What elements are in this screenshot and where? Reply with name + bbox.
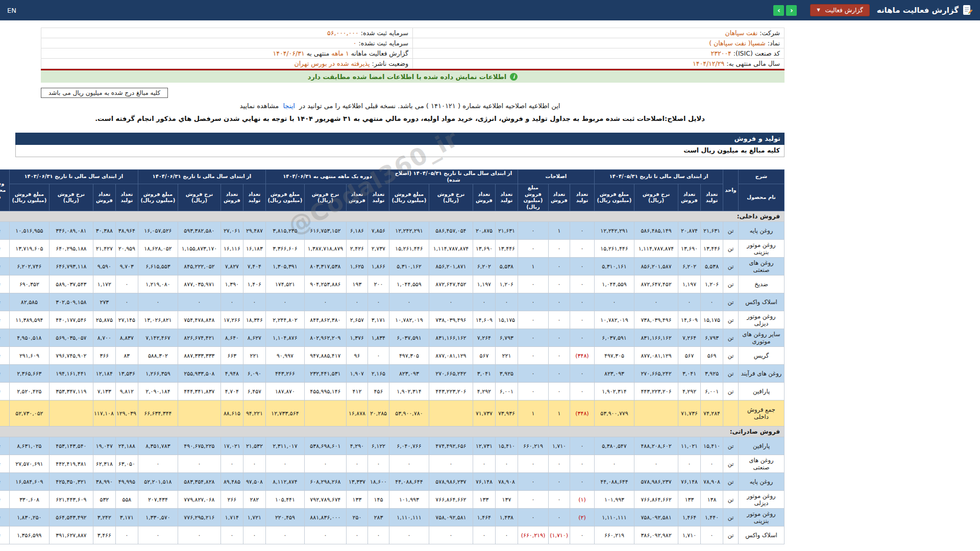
table-row: روغن های صنعتیتن۵,۵۳۸۶,۲۰۲۸۵۶,۲۰۱,۵۸۷۵,۳… — [0, 258, 785, 276]
header-desc: شرح — [739, 170, 785, 184]
value-cell: ۱۲۹,۰۳۹ — [115, 400, 138, 427]
status-cell: تولید — [0, 527, 9, 544]
previous-version-link[interactable]: اینجا — [283, 102, 295, 110]
value-cell: ۸۰۳,۳۱۷,۵۳۸ — [304, 258, 346, 276]
value-cell: ۵۲,۷۳۰,۰۵۲ — [9, 400, 49, 427]
value-cell: ۱۷,۲۶۶ — [220, 311, 243, 329]
value-cell: ۱۰۵,۴۴۱ — [265, 491, 304, 509]
value-cell: ۲۱,۴۲۷ — [93, 240, 115, 258]
value-cell: ۶۶,۶۳۴,۳۴۴ — [138, 400, 178, 427]
unit-cell: تن — [723, 329, 739, 347]
value-cell: ۱,۱۹۷ — [678, 276, 701, 293]
value-cell: ۱,۶۲۵ — [346, 258, 368, 276]
info-label: شرکت: — [760, 29, 780, 37]
value-cell: ۰ — [346, 527, 368, 544]
value-cell: ۴۹۰,۶۷۵,۲۲۵ — [178, 437, 220, 455]
value-cell: ۶,۴۵۷ — [243, 383, 265, 400]
value-cell: ۸,۷۰۰ — [93, 329, 115, 347]
value-cell: ۰ — [548, 347, 570, 365]
value-cell: ۰ — [570, 311, 594, 329]
value-cell: ۵,۵۳۸ — [701, 258, 723, 276]
amounts-unit-row: کلیه مبالغ به میلیون ریال است — [15, 145, 785, 157]
product-name: روغن موتور دیزلی — [739, 491, 785, 509]
value-cell: ۰ — [548, 293, 570, 311]
status-cell: تولید — [0, 276, 9, 293]
value-cell: ۰ — [178, 455, 220, 473]
table-row: اسلاک واکستن۰۱,۷۱۰۳۸۶,۰۹۲,۹۸۲۶۶۰,۲۱۹۰(۱,… — [0, 527, 785, 544]
production-sales-table: شرح واحد از ابتدای سال مالی تا تاریخ ۱۴۰… — [0, 169, 785, 544]
value-cell: ۸۳۱,۱۶۶,۱۶۲ — [634, 329, 678, 347]
value-cell: ۱۳۸ — [701, 491, 723, 509]
value-cell: ۰ — [570, 383, 594, 400]
value-cell: ۷۱,۷۳۶ — [678, 400, 701, 427]
company-info-table: شرکت: نفت سپاهان سرمایه ثبت شده: ۵۶,۰۰۰,… — [41, 28, 785, 69]
column-header: تعداد تولید — [368, 184, 389, 211]
value-cell: ۰ — [518, 222, 548, 240]
value-cell: ۳۸,۹۹۰ — [93, 473, 115, 491]
page-content: شرکت: نفت سپاهان سرمایه ثبت شده: ۵۶,۰۰۰,… — [15, 28, 785, 544]
value-cell: ۳,۰۴۱ — [473, 365, 495, 383]
value-cell: ۰ — [389, 455, 429, 473]
value-cell: ۱۲,۲۴۲,۲۹۱ — [594, 222, 634, 240]
report-document-icon — [963, 5, 973, 16]
table-row: پارافینتن۶,۰۰۱۴,۲۹۲۴۴۳,۲۲۳,۲۰۶۱,۹۰۲,۳۱۴۰… — [0, 383, 785, 400]
value-cell: ۷۵۸,۰۹۲,۵۸۱ — [634, 509, 678, 527]
table-row: ضدیختن۱,۲۰۶۱,۱۹۷۸۷۲,۶۴۷,۴۵۲۱,۰۴۴,۵۵۹۰۰۰۱… — [0, 276, 785, 293]
product-name: روغن موتور بنزینی — [739, 240, 785, 258]
value-cell: ۴۴۳,۲۲۳,۲۰۶ — [429, 383, 473, 400]
next-announcement-button[interactable]: › — [773, 5, 784, 16]
value-cell: ۱ — [518, 400, 548, 427]
value-cell: ۱۱۷,۱۰۸ — [93, 400, 115, 427]
value-cell: ۲۶۶ — [220, 491, 243, 509]
table-row: روغن موتور دیزلیتن۱۳۸۱۳۳۷۶۶,۸۶۴,۶۶۲۱۰۱,۹… — [0, 491, 785, 509]
section-header-production-sales: تولید و فروش — [15, 133, 785, 145]
value-cell: ۳۸۶,۰۹۲,۹۸۲ — [634, 527, 678, 544]
info-cell-left: وضعیت ناشر: پذیرفته شده در بورس تهران — [41, 59, 413, 69]
product-name: روغن های صنعتی — [739, 455, 785, 473]
value-cell: ۶۲۱,۴۴۳,۶۰۹ — [49, 491, 93, 509]
status-cell: تولید — [0, 365, 9, 383]
previous-announcement-button[interactable]: ‹ — [786, 5, 797, 16]
company-info-row: کد صنعت (ISIC): ۲۳۲۰۰۴ گزارش فعالیت ماها… — [41, 48, 785, 59]
value-cell: ۰ — [243, 455, 265, 473]
amendment-reasons: دلایل اصلاح:اصلاحات ثبت شده مربوط به جدا… — [15, 115, 785, 122]
product-name: ضدیخ — [739, 276, 785, 293]
value-cell: ۴۴۴,۳۴۱,۸۳۷ — [178, 383, 220, 400]
status-cell: تولید — [0, 347, 9, 365]
value-cell: ۱۸۷,۸۷۰ — [265, 383, 304, 400]
unit-cell: تن — [723, 276, 739, 293]
page-title: گزارش فعالیت ماهانه — [877, 6, 959, 15]
value-cell: ۳,۲۴۲ — [93, 509, 115, 527]
value-cell: ۱۷,۰۲۱ — [220, 437, 243, 455]
group-header-one-month-0631: دوره یک ماهه منتهی به ۱۴۰۴/۰۶/۳۱ — [265, 170, 389, 184]
language-switch-en[interactable]: EN — [7, 7, 16, 14]
column-header: تعداد تولید — [243, 184, 265, 211]
value-cell: ۷,۸۲۷ — [220, 258, 243, 276]
value-cell: ۱۰۱,۹۹۳ — [594, 491, 634, 509]
value-cell: ۱۵,۴۱۰ — [701, 437, 723, 455]
value-cell: (۳۴۸) — [570, 347, 594, 365]
value-cell: ۱۳۳ — [346, 491, 368, 509]
column-header: تعداد تولید — [570, 184, 594, 211]
product-name: پارافین — [739, 383, 785, 400]
value-cell: ۱,۸۶۶ — [368, 258, 389, 276]
product-name: اسلاک واکس — [739, 293, 785, 311]
value-cell: ۳,۴۶۶ — [93, 527, 115, 544]
value-cell: ۸۷۷,۰۸۱,۱۲۹ — [429, 347, 473, 365]
value-cell: ۰ — [570, 473, 594, 491]
info-cell-right: کد صنعت (ISIC): ۲۳۲۰۰۴ — [413, 48, 785, 59]
info-icon: i — [510, 73, 518, 81]
value-cell: ۰ — [518, 365, 548, 383]
value-cell: ۴۹,۹۹۵ — [115, 473, 138, 491]
value-cell: ۰ — [570, 329, 594, 347]
value-cell: ۱,۷۱۰ — [548, 437, 570, 455]
report-type-dropdown[interactable]: گزارش فعالیت ▼ — [810, 4, 869, 16]
column-header: تعداد تولید — [701, 184, 723, 211]
column-header: مبلغ فروش (میلیون ریال) — [389, 184, 429, 211]
value-cell: ۱۸,۳۴۶ — [243, 311, 265, 329]
group-header-ytd-0631: از ابتدای سال مالی تا تاریخ ۱۴۰۴/۰۶/۳۱ — [138, 170, 265, 184]
status-cell: تولید — [0, 222, 9, 240]
value-cell: ۱۴,۶۰۹ — [473, 311, 495, 329]
value-cell: ۱۰۱,۹۹۳ — [389, 491, 429, 509]
status-cell: تولید — [0, 491, 9, 509]
